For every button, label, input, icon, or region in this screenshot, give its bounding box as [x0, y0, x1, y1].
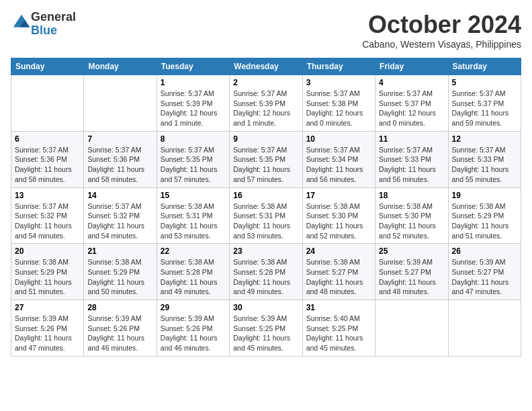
calendar-week-row: 27Sunrise: 5:39 AM Sunset: 5:26 PM Dayli… [11, 300, 521, 357]
calendar-cell: 10Sunrise: 5:37 AM Sunset: 5:34 PM Dayli… [302, 131, 375, 187]
calendar-cell [375, 300, 448, 357]
calendar-week-row: 1Sunrise: 5:37 AM Sunset: 5:39 PM Daylig… [11, 75, 521, 132]
calendar-cell: 4Sunrise: 5:37 AM Sunset: 5:37 PM Daylig… [375, 75, 448, 132]
day-number: 14 [87, 191, 152, 200]
calendar-cell: 31Sunrise: 5:40 AM Sunset: 5:25 PM Dayli… [302, 300, 375, 357]
calendar-cell: 13Sunrise: 5:37 AM Sunset: 5:32 PM Dayli… [11, 187, 84, 244]
calendar-cell: 30Sunrise: 5:39 AM Sunset: 5:25 PM Dayli… [230, 300, 302, 357]
weekday-header: Saturday [448, 58, 521, 75]
day-number: 28 [87, 303, 152, 312]
day-info: Sunrise: 5:37 AM Sunset: 5:32 PM Dayligh… [15, 201, 80, 241]
day-info: Sunrise: 5:38 AM Sunset: 5:29 PM Dayligh… [452, 201, 517, 241]
month-title: October 2024 [362, 11, 521, 39]
day-info: Sunrise: 5:37 AM Sunset: 5:39 PM Dayligh… [161, 89, 226, 128]
day-number: 1 [161, 78, 226, 87]
day-info: Sunrise: 5:40 AM Sunset: 5:25 PM Dayligh… [306, 314, 371, 353]
calendar-cell: 15Sunrise: 5:38 AM Sunset: 5:31 PM Dayli… [157, 187, 229, 244]
calendar-table: SundayMondayTuesdayWednesdayThursdayFrid… [11, 58, 521, 357]
day-number: 23 [233, 246, 298, 256]
calendar-cell: 12Sunrise: 5:37 AM Sunset: 5:33 PM Dayli… [448, 131, 521, 187]
day-info: Sunrise: 5:37 AM Sunset: 5:34 PM Dayligh… [306, 145, 371, 185]
logo-text: General Blue [31, 11, 76, 38]
day-number: 15 [161, 191, 226, 200]
calendar-cell: 29Sunrise: 5:39 AM Sunset: 5:26 PM Dayli… [157, 300, 229, 357]
day-number: 21 [87, 246, 152, 256]
day-info: Sunrise: 5:37 AM Sunset: 5:35 PM Dayligh… [161, 145, 226, 185]
day-info: Sunrise: 5:38 AM Sunset: 5:30 PM Dayligh… [306, 201, 371, 241]
weekday-header: Thursday [302, 58, 375, 75]
day-number: 7 [87, 134, 152, 144]
day-number: 5 [452, 78, 517, 87]
calendar-cell: 27Sunrise: 5:39 AM Sunset: 5:26 PM Dayli… [11, 300, 84, 357]
page-header: General Blue October 2024 Cabano, Wester… [11, 11, 521, 50]
day-number: 10 [306, 134, 371, 144]
day-info: Sunrise: 5:37 AM Sunset: 5:36 PM Dayligh… [87, 145, 152, 185]
day-info: Sunrise: 5:38 AM Sunset: 5:28 PM Dayligh… [161, 257, 226, 297]
calendar-cell: 22Sunrise: 5:38 AM Sunset: 5:28 PM Dayli… [157, 244, 229, 300]
day-number: 31 [306, 303, 371, 312]
weekday-header: Sunday [11, 58, 84, 75]
calendar-cell: 19Sunrise: 5:38 AM Sunset: 5:29 PM Dayli… [448, 187, 521, 244]
day-number: 25 [379, 246, 444, 256]
title-block: October 2024 Cabano, Western Visayas, Ph… [362, 11, 521, 50]
day-info: Sunrise: 5:39 AM Sunset: 5:27 PM Dayligh… [452, 257, 517, 297]
day-info: Sunrise: 5:37 AM Sunset: 5:38 PM Dayligh… [306, 89, 371, 128]
day-number: 11 [379, 134, 444, 144]
day-number: 30 [233, 303, 298, 312]
day-info: Sunrise: 5:38 AM Sunset: 5:30 PM Dayligh… [379, 201, 444, 241]
calendar-cell: 1Sunrise: 5:37 AM Sunset: 5:39 PM Daylig… [157, 75, 229, 132]
logo: General Blue [11, 11, 76, 38]
day-number: 26 [452, 246, 517, 256]
calendar-week-row: 13Sunrise: 5:37 AM Sunset: 5:32 PM Dayli… [11, 187, 521, 244]
day-number: 16 [233, 191, 298, 200]
weekday-header: Friday [375, 58, 448, 75]
day-info: Sunrise: 5:38 AM Sunset: 5:27 PM Dayligh… [306, 257, 371, 297]
day-info: Sunrise: 5:38 AM Sunset: 5:29 PM Dayligh… [87, 257, 152, 297]
day-info: Sunrise: 5:37 AM Sunset: 5:33 PM Dayligh… [452, 145, 517, 185]
day-info: Sunrise: 5:37 AM Sunset: 5:32 PM Dayligh… [87, 201, 152, 241]
day-number: 8 [161, 134, 226, 144]
day-info: Sunrise: 5:39 AM Sunset: 5:26 PM Dayligh… [87, 314, 152, 353]
calendar-cell: 18Sunrise: 5:38 AM Sunset: 5:30 PM Dayli… [375, 187, 448, 244]
calendar-cell: 5Sunrise: 5:37 AM Sunset: 5:37 PM Daylig… [448, 75, 521, 132]
calendar-cell: 17Sunrise: 5:38 AM Sunset: 5:30 PM Dayli… [302, 187, 375, 244]
day-number: 20 [15, 246, 80, 256]
day-info: Sunrise: 5:37 AM Sunset: 5:33 PM Dayligh… [379, 145, 444, 185]
calendar-week-row: 6Sunrise: 5:37 AM Sunset: 5:36 PM Daylig… [11, 131, 521, 187]
calendar-cell: 16Sunrise: 5:38 AM Sunset: 5:31 PM Dayli… [230, 187, 302, 244]
calendar-cell: 23Sunrise: 5:38 AM Sunset: 5:28 PM Dayli… [230, 244, 302, 300]
day-number: 17 [306, 191, 371, 200]
calendar-week-row: 20Sunrise: 5:38 AM Sunset: 5:29 PM Dayli… [11, 244, 521, 300]
day-number: 18 [379, 191, 444, 200]
day-info: Sunrise: 5:37 AM Sunset: 5:35 PM Dayligh… [233, 145, 298, 185]
calendar-cell [448, 300, 521, 357]
calendar-cell: 21Sunrise: 5:38 AM Sunset: 5:29 PM Dayli… [84, 244, 157, 300]
calendar-cell: 28Sunrise: 5:39 AM Sunset: 5:26 PM Dayli… [84, 300, 157, 357]
calendar-cell: 6Sunrise: 5:37 AM Sunset: 5:36 PM Daylig… [11, 131, 84, 187]
location-title: Cabano, Western Visayas, Philippines [362, 39, 521, 50]
day-info: Sunrise: 5:37 AM Sunset: 5:37 PM Dayligh… [452, 89, 517, 128]
day-number: 29 [161, 303, 226, 312]
weekday-header: Monday [84, 58, 157, 75]
day-number: 22 [161, 246, 226, 256]
calendar-cell: 8Sunrise: 5:37 AM Sunset: 5:35 PM Daylig… [157, 131, 229, 187]
calendar-cell: 25Sunrise: 5:39 AM Sunset: 5:27 PM Dayli… [375, 244, 448, 300]
day-number: 27 [15, 303, 80, 312]
calendar-cell: 24Sunrise: 5:38 AM Sunset: 5:27 PM Dayli… [302, 244, 375, 300]
calendar-cell: 26Sunrise: 5:39 AM Sunset: 5:27 PM Dayli… [448, 244, 521, 300]
calendar-cell: 20Sunrise: 5:38 AM Sunset: 5:29 PM Dayli… [11, 244, 84, 300]
calendar-cell: 2Sunrise: 5:37 AM Sunset: 5:39 PM Daylig… [230, 75, 302, 132]
calendar-cell: 14Sunrise: 5:37 AM Sunset: 5:32 PM Dayli… [84, 187, 157, 244]
day-info: Sunrise: 5:39 AM Sunset: 5:27 PM Dayligh… [379, 257, 444, 297]
day-number: 24 [306, 246, 371, 256]
calendar-cell: 3Sunrise: 5:37 AM Sunset: 5:38 PM Daylig… [302, 75, 375, 132]
day-info: Sunrise: 5:38 AM Sunset: 5:31 PM Dayligh… [161, 201, 226, 241]
day-number: 12 [452, 134, 517, 144]
calendar-cell [11, 75, 84, 132]
day-number: 4 [379, 78, 444, 87]
day-number: 13 [15, 191, 80, 200]
day-info: Sunrise: 5:39 AM Sunset: 5:26 PM Dayligh… [161, 314, 226, 353]
weekday-header: Wednesday [230, 58, 302, 75]
day-number: 3 [306, 78, 371, 87]
weekday-header: Tuesday [157, 58, 229, 75]
